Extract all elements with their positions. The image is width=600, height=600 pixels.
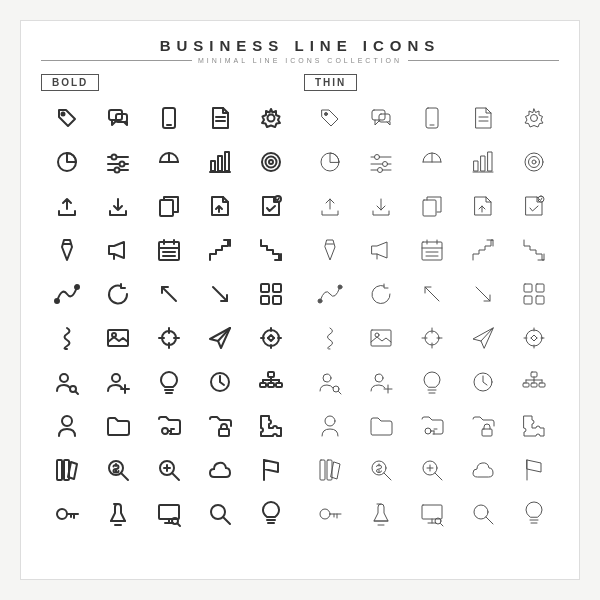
bold-icon-clock xyxy=(194,361,245,403)
thin-icon-tie xyxy=(304,229,355,271)
svg-line-36 xyxy=(162,287,176,301)
svg-rect-189 xyxy=(422,505,442,519)
thin-icon-doc-up xyxy=(457,185,508,227)
bold-label: BOLD xyxy=(41,74,99,91)
bold-icon-doc-check xyxy=(245,185,296,227)
bold-icon-person-add xyxy=(92,361,143,403)
bold-icon-settings xyxy=(245,97,296,139)
svg-point-84 xyxy=(57,509,67,519)
thin-icon-pie xyxy=(304,141,355,183)
svg-rect-75 xyxy=(57,460,62,480)
thin-icon-send xyxy=(457,317,508,359)
svg-rect-138 xyxy=(536,284,544,292)
svg-rect-165 xyxy=(523,383,529,387)
bold-icon-mag-plus xyxy=(143,449,194,491)
thin-icon-person-search xyxy=(304,361,355,403)
svg-point-149 xyxy=(526,330,542,346)
bold-icon-lamp xyxy=(92,493,143,535)
thin-icon-books xyxy=(304,449,355,491)
svg-rect-123 xyxy=(423,200,436,216)
thin-icon-mag-plus xyxy=(406,449,457,491)
bold-column: BOLD xyxy=(41,74,296,569)
svg-rect-66 xyxy=(260,383,266,387)
svg-rect-42 xyxy=(108,330,128,346)
thin-icon-move xyxy=(508,317,559,359)
bold-icon-tie xyxy=(41,229,92,271)
svg-rect-140 xyxy=(536,296,544,304)
thin-icon-tag xyxy=(304,97,355,139)
svg-rect-19 xyxy=(225,152,229,171)
svg-rect-24 xyxy=(160,200,173,216)
card: BUSINESS LINE ICONS MINIMAL LINE ICONS C… xyxy=(20,20,580,580)
thin-icon-stairs-up xyxy=(457,229,508,271)
svg-point-35 xyxy=(75,285,79,289)
bold-icon-apps xyxy=(245,273,296,315)
bold-icon-move xyxy=(245,317,296,359)
bold-icon-image xyxy=(92,317,143,359)
bold-icon-coil xyxy=(41,317,92,359)
svg-rect-118 xyxy=(488,152,492,171)
bold-icon-chat xyxy=(92,97,143,139)
thin-icon-phone xyxy=(406,97,457,139)
bold-icon-barchart xyxy=(194,141,245,183)
thin-icon-document xyxy=(457,97,508,139)
bold-icon-curve xyxy=(41,273,92,315)
svg-point-7 xyxy=(267,115,274,122)
thin-icon-folder xyxy=(355,405,406,447)
svg-point-153 xyxy=(375,374,383,382)
svg-point-151 xyxy=(333,386,339,392)
thin-icon-chat xyxy=(355,97,406,139)
svg-line-53 xyxy=(75,392,78,395)
svg-rect-116 xyxy=(474,161,478,171)
svg-point-106 xyxy=(530,115,537,122)
svg-rect-159 xyxy=(531,372,537,377)
svg-line-193 xyxy=(440,524,443,527)
bold-icon-pie xyxy=(41,141,92,183)
bold-icon-person xyxy=(41,405,92,447)
svg-point-99 xyxy=(324,113,327,116)
bold-icon-send xyxy=(194,317,245,359)
svg-point-121 xyxy=(528,157,539,168)
svg-rect-17 xyxy=(211,161,215,171)
svg-point-134 xyxy=(338,285,342,289)
bold-icon-upload xyxy=(41,185,92,227)
thin-icon-barchart xyxy=(457,141,508,183)
thin-icon-settings xyxy=(508,97,559,139)
bold-icon-stairs-up xyxy=(194,229,245,271)
svg-line-37 xyxy=(213,287,227,301)
svg-line-96 xyxy=(223,517,230,524)
svg-line-78 xyxy=(121,473,128,480)
svg-point-142 xyxy=(375,333,379,337)
svg-rect-167 xyxy=(539,383,545,387)
svg-point-69 xyxy=(62,416,72,426)
thin-icon-arrow-downright xyxy=(457,273,508,315)
bold-icon-halfpie xyxy=(143,141,194,183)
thin-icon-curve xyxy=(304,273,355,315)
svg-line-177 xyxy=(384,473,391,480)
bold-icon-monitor xyxy=(143,493,194,535)
svg-rect-137 xyxy=(524,284,532,292)
thin-icon-crosshair xyxy=(406,317,457,359)
svg-line-179 xyxy=(435,473,442,480)
bold-icon-calendar xyxy=(143,229,194,271)
svg-point-183 xyxy=(320,509,330,519)
svg-rect-166 xyxy=(531,383,537,387)
bold-icon-document xyxy=(194,97,245,139)
bold-icon-arrow-upleft xyxy=(143,273,194,315)
svg-point-22 xyxy=(265,157,276,168)
thin-icon-lightbulb2 xyxy=(508,493,559,535)
svg-point-109 xyxy=(374,155,379,160)
svg-line-135 xyxy=(425,287,439,301)
thin-icon-copy xyxy=(406,185,457,227)
bold-icon-org xyxy=(245,361,296,403)
page-title: BUSINESS LINE ICONS xyxy=(41,37,559,54)
bold-icon-key xyxy=(41,493,92,535)
bold-icon-flag xyxy=(245,449,296,491)
thin-icon-halfpie xyxy=(406,141,457,183)
svg-point-10 xyxy=(111,155,116,160)
bold-icon-refresh xyxy=(92,273,143,315)
bold-icon-puzzle xyxy=(245,405,296,447)
bold-icon-crosshair xyxy=(143,317,194,359)
svg-point-12 xyxy=(119,162,124,167)
svg-rect-74 xyxy=(219,429,229,436)
